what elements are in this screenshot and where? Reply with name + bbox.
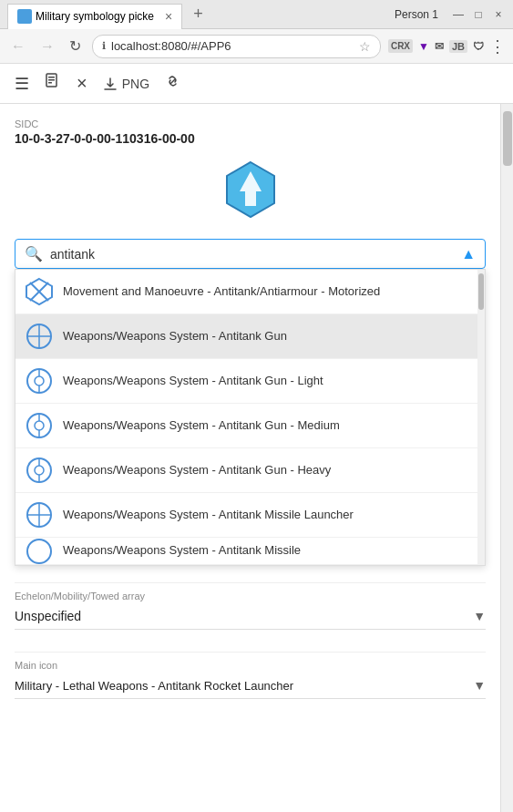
dropdown-item[interactable]: Movement and Manoeuvre - Antitank/Antiar… (15, 270, 485, 314)
titlebar: Military symbology picke × + Person 1 — … (0, 0, 513, 29)
search-arrow-up-icon[interactable]: ▲ (461, 246, 476, 262)
main-icon-group: Main icon Military - Lethal Weapons - An… (15, 644, 486, 699)
dropdown-item-text-3: Weapons/Weapons System - Antitank Gun - … (63, 417, 340, 434)
sidc-section: SIDC 10-0-3-27-0-0-00-110316-00-00 (15, 118, 486, 146)
item-icon-6 (25, 538, 54, 565)
echelon-select[interactable]: Unspecified ▼ (15, 605, 486, 630)
sidc-label: SIDC (15, 118, 486, 129)
maximize-btn[interactable]: □ (471, 7, 486, 22)
address-text: localhost:8080/#/APP6 (111, 39, 354, 53)
close-icon[interactable]: × (77, 73, 87, 94)
link-icon[interactable] (164, 72, 182, 95)
user-label: Person 1 (395, 8, 438, 21)
dropdown-item-text-5: Weapons/Weapons System - Antitank Missil… (63, 507, 354, 523)
search-dropdown: Movement and Manoeuvre - Antitank/Antiar… (15, 269, 486, 566)
search-container: 🔍 ▲ Movement and Manoeuvre - Antitank/An… (15, 239, 486, 269)
item-icon-2 (25, 366, 54, 396)
svg-rect-1 (48, 77, 55, 78)
dropdown-item[interactable]: Weapons/Weapons System - Antitank Gun - … (15, 404, 485, 448)
ext-v-icon[interactable]: ▼ (418, 40, 429, 53)
echelon-arrow-icon: ▼ (473, 609, 486, 623)
item-icon-0 (25, 277, 54, 306)
scrollbar-thumb (503, 111, 512, 166)
dropdown-item-text-2: Weapons/Weapons System - Antitank Gun - … (63, 373, 323, 389)
dropdown-item-text-4: Weapons/Weapons System - Antitank Gun - … (63, 462, 331, 478)
document-icon[interactable] (44, 72, 62, 95)
dropdown-item[interactable]: Weapons/Weapons System - Antitank Missil… (15, 493, 485, 538)
download-png-btn[interactable]: PNG (102, 76, 149, 92)
address-box[interactable]: ℹ localhost:8080/#/APP6 ☆ (92, 35, 381, 58)
new-tab-btn[interactable]: + (188, 5, 209, 24)
dropdown-item[interactable]: Weapons/Weapons System - Antitank Gun - … (15, 359, 485, 404)
item-icon-4 (25, 456, 54, 485)
symbol-preview (15, 160, 486, 224)
refresh-btn[interactable]: ↻ (66, 36, 85, 57)
dropdown-item-text-0: Movement and Manoeuvre - Antitank/Antiar… (63, 283, 380, 300)
tab-close-icon[interactable]: × (165, 9, 172, 24)
dropdown-item-text-6: Weapons/Weapons System - Antitank Missil… (63, 542, 301, 559)
item-icon-5 (25, 500, 54, 529)
lock-icon: ℹ (102, 40, 106, 52)
dropdown-item[interactable]: Weapons/Weapons System - Antitank Gun - … (15, 448, 485, 493)
png-label: PNG (122, 77, 149, 91)
back-btn[interactable]: ← (7, 36, 29, 57)
close-btn[interactable]: × (491, 7, 506, 22)
browser-menu-btn[interactable]: ⋮ (489, 36, 506, 57)
titlebar-left: Military symbology picke × + (7, 0, 209, 29)
dropdown-item[interactable]: Weapons/Weapons System - Antitank Gun (15, 314, 485, 359)
svg-point-21 (35, 466, 44, 475)
search-icon: 🔍 (25, 245, 43, 262)
search-box[interactable]: 🔍 ▲ (15, 239, 486, 269)
dropdown-scroll-thumb (478, 273, 484, 310)
dropdown-item-text-1: Weapons/Weapons System - Antitank Gun (63, 328, 287, 344)
page-scrollbar[interactable] (500, 104, 513, 812)
ext-crx-icon[interactable]: CRX (388, 39, 413, 53)
svg-point-27 (27, 540, 51, 563)
svg-rect-2 (48, 79, 55, 81)
titlebar-controls: Person 1 — □ × (395, 7, 506, 22)
search-input[interactable] (50, 247, 454, 262)
svg-point-17 (35, 421, 44, 430)
ext-mail-icon[interactable]: ✉ (435, 40, 444, 53)
echelon-label: Echelon/Mobility/Towed array (15, 591, 486, 601)
minimize-btn[interactable]: — (451, 7, 466, 22)
sidc-value: 10-0-3-27-0-0-00-110316-00-00 (15, 131, 486, 146)
echelon-group: Echelon/Mobility/Towed array Unspecified… (15, 575, 486, 630)
item-icon-1 (25, 322, 54, 351)
ext-jb-icon[interactable]: JB (449, 40, 467, 53)
ext-shield-icon[interactable]: 🛡 (473, 40, 484, 53)
main-area: SIDC 10-0-3-27-0-0-00-110316-00-00 🔍 ▲ (0, 104, 513, 812)
tab-title: Military symbology picke (36, 10, 154, 23)
hamburger-menu-icon[interactable]: ☰ (15, 74, 29, 94)
main-icon-value: Military - Lethal Weapons - Antitank Roc… (15, 679, 293, 693)
addressbar: ← → ↻ ℹ localhost:8080/#/APP6 ☆ CRX ▼ ✉ … (0, 29, 513, 64)
dropdown-item[interactable]: Weapons/Weapons System - Antitank Missil… (15, 538, 485, 565)
main-icon-arrow-icon: ▼ (473, 678, 486, 693)
bookmark-star-icon[interactable]: ☆ (359, 39, 371, 54)
military-symbol-svg (223, 160, 278, 224)
content-area: SIDC 10-0-3-27-0-0-00-110316-00-00 🔍 ▲ (0, 104, 500, 812)
main-icon-label: Main icon (15, 660, 486, 671)
item-icon-3 (25, 411, 54, 440)
echelon-value: Unspecified (15, 609, 81, 623)
svg-rect-3 (48, 82, 52, 84)
extension-icons: CRX ▼ ✉ JB 🛡 ⋮ (388, 36, 506, 57)
forward-btn[interactable]: → (36, 36, 58, 57)
svg-point-13 (35, 376, 44, 385)
dropdown-scrollbar[interactable] (477, 270, 485, 565)
browser-tab[interactable]: Military symbology picke × (7, 4, 182, 29)
toolbar: ☰ × PNG (0, 64, 513, 104)
main-icon-select[interactable]: Military - Lethal Weapons - Antitank Roc… (15, 674, 486, 699)
tab-favicon (17, 9, 32, 24)
